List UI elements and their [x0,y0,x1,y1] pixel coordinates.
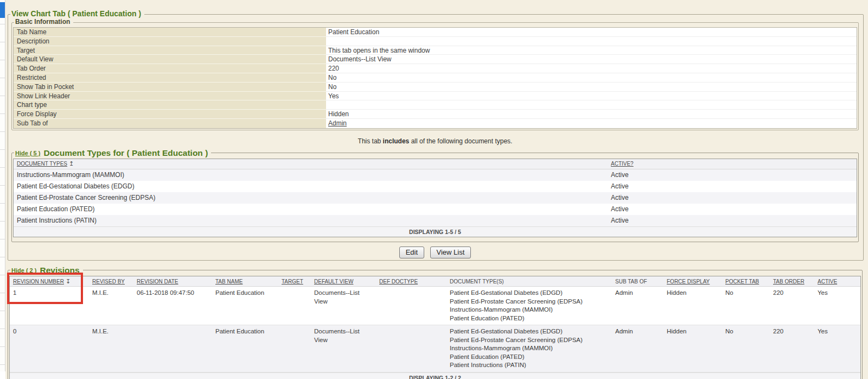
doc-type-line: Instructions-Mammogram (MAMMOI) [450,344,610,353]
doc-type-line: Instructions-Mammogram (MAMMOI) [450,306,610,314]
target-header: TARGET [278,279,311,285]
document-types-list: Patient Ed-Gestational Diabetes (EDGD) P… [446,287,612,325]
revision-row: 1 M.I.E. 06-11-2018 09:47:50 Patient Edu… [10,287,860,325]
default-view-header: DEFAULT VIEW [311,279,376,285]
active-sort-link[interactable]: ACTIVE? [611,161,634,167]
revisions-panel: Hide ( 2 ) Revisions REVISION NUMBER↧ RE… [8,270,863,379]
doc-type-line: Patient Instructions (PATIN) [450,361,610,370]
def-doctype [376,325,446,330]
document-types-legend: Hide ( 5 ) Document Types for ( Patient … [14,148,211,158]
info-row: Description [14,37,857,46]
active: Yes [814,287,860,300]
info-label: Force Display [14,110,326,119]
document-types-header: DOCUMENT TYPE(S) [446,279,612,285]
hide-revisions-link[interactable]: Hide ( 2 ) [11,267,36,274]
pocket-tab-header: POCKET TAB [722,279,770,285]
active-column-header: ACTIVE? [608,161,857,167]
revision-number-sort-link[interactable]: REVISION NUMBER [13,279,64,285]
info-row: Sub Tab ofAdmin [14,119,857,128]
sub-tab-of: Admin [612,287,663,300]
info-row: Show Link HeaderYes [14,92,857,101]
pocket-tab: No [722,325,770,338]
revision-number-header: REVISION NUMBER↧ [10,278,86,285]
main-content: View Chart Tab ( Patient Education ) Bas… [5,0,868,379]
info-label: Show Tab in Pocket [14,83,326,92]
default-view-sort-link[interactable]: DEFAULT VIEW [314,279,353,285]
document-types-sort-link[interactable]: DOCUMENT TYPES [17,161,67,167]
document-types-header-row: DOCUMENT TYPES↥ ACTIVE? [14,159,857,169]
doc-type-active: Active [608,205,857,213]
info-row: Tab Order220 [14,64,857,73]
edit-button[interactable]: Edit [399,247,424,258]
revised-by-sort-link[interactable]: REVISED BY [92,279,125,285]
tab-order-header: TAB ORDER [770,279,814,285]
tab-name-header: TAB NAME [212,279,278,285]
document-types-column-header: DOCUMENT TYPES↥ [14,160,608,167]
info-row: Force DisplayHidden [14,110,857,119]
info-label: Tab Order [14,64,326,73]
info-label: Restricted [14,73,326,83]
info-value [326,37,857,46]
basic-information-title: Basic Information [15,18,70,26]
page-title: View Chart Tab ( Patient Education ) [11,9,141,18]
info-row: TargetThis tab opens in the same window [14,46,857,55]
default-view: Documents--List View [311,287,376,308]
info-row: Show Tab in PocketNo [14,83,857,92]
def-doctype-sort-link[interactable]: DEF DOCTYPE [379,279,418,285]
doc-type-name: Instructions-Mammogram (MAMMOI) [14,171,608,179]
revision-date: 06-11-2018 09:47:50 [133,287,212,300]
info-value: 220 [326,64,857,73]
action-buttons-row: Edit View List [11,247,859,258]
doc-type-line: Patient Education (PATED) [450,353,610,362]
revision-number: 0 [10,325,86,338]
tab-name-sort-link[interactable]: TAB NAME [215,279,242,285]
revision-row: 0 M.I.E. Patient Education Documents--Li… [10,325,860,372]
info-row: Chart type [14,100,857,110]
hide-document-types-link[interactable]: Hide ( 5 ) [15,150,40,156]
table-row: Patient Ed-Gestational Diabetes (EDGD)Ac… [14,181,857,192]
info-label: Sub Tab of [14,119,326,128]
basic-information-panel: Basic Information Tab NamePatient Educat… [11,22,859,130]
tab-order-sort-link[interactable]: TAB ORDER [773,279,805,285]
side-panel-selected-marker [0,2,5,18]
info-label: Tab Name [14,28,326,37]
info-label: Description [14,37,326,46]
force-display-sort-link[interactable]: FORCE DISPLAY [667,279,710,285]
sort-descending-icon: ↧ [66,278,71,285]
sub-tab-of-header: SUB TAB OF [612,279,663,285]
document-types-list: Patient Ed-Gestational Diabetes (EDGD) P… [446,325,612,372]
info-row: Default ViewDocuments--List View [14,55,857,64]
force-display: Hidden [663,325,722,338]
revision-date-sort-link[interactable]: REVISION DATE [137,279,178,285]
sort-ascending-icon: ↥ [69,160,74,167]
doc-type-line: Patient Ed-Gestational Diabetes (EDGD) [450,327,610,336]
tab-order: 220 [770,325,814,338]
view-chart-tab-legend: View Chart Tab ( Patient Education ) [10,9,144,18]
active-sort-link[interactable]: ACTIVE [818,279,837,285]
view-list-button[interactable]: View List [430,247,471,258]
info-value [326,100,857,110]
revision-date-header: REVISION DATE [133,279,212,285]
doc-type-active: Active [608,182,857,190]
target-sort-link[interactable]: TARGET [282,279,303,285]
sub-tab-of-link[interactable]: Admin [328,119,347,127]
info-value: Hidden [326,110,857,119]
info-row: Tab NamePatient Education [14,28,857,37]
doc-type-name: Patient Ed-Gestational Diabetes (EDGD) [14,182,608,190]
info-label: Target [14,46,326,55]
view-chart-tab-panel: View Chart Tab ( Patient Education ) Bas… [8,14,864,261]
revised-by: M.I.E. [86,287,133,300]
target [278,287,311,291]
table-row: Patient Instructions (PATIN)Active [14,215,857,226]
def-doctype-header: DEF DOCTYPE [376,279,446,285]
def-doctype [376,287,446,291]
force-display: Hidden [663,287,722,300]
revision-date [133,325,212,330]
pocket-tab-sort-link[interactable]: POCKET TAB [725,279,759,285]
revisions-legend: Hide ( 2 ) Revisions [10,266,83,275]
info-value: No [326,73,857,83]
target [278,325,311,330]
document-types-table: DOCUMENT TYPES↥ ACTIVE? Instructions-Mam… [13,159,857,237]
revisions-header-row: REVISION NUMBER↧ REVISED BY REVISION DAT… [10,276,860,287]
info-label: Show Link Header [14,92,326,101]
